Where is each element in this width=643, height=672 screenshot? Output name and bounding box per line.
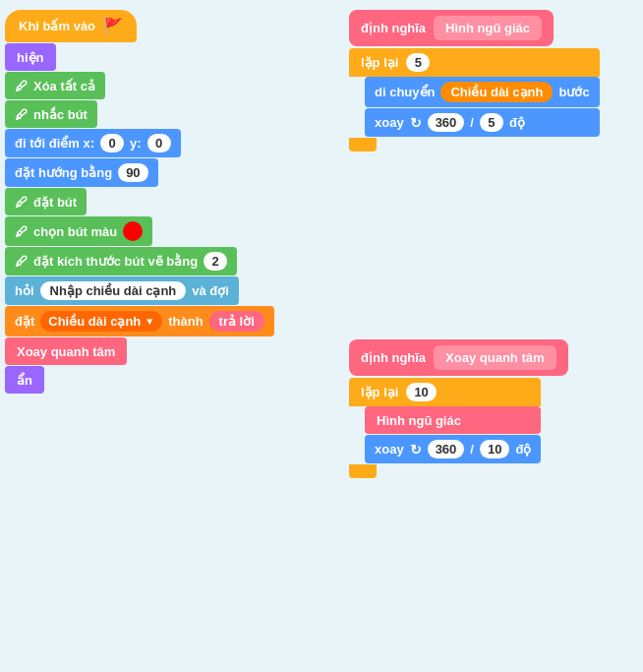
goto-y-label: y: [130,136,142,151]
goto-block[interactable]: đi tới điểm x: 0 y: 0 [5,129,181,157]
set-dir-label: đặt hướng bằng [15,165,112,180]
dropdown-arrow: ▼ [145,316,154,327]
repeat-5-block[interactable]: lặp lại 5 di chuyển Chiều dài cạnh bước … [349,48,600,152]
flag-icon: 🚩 [103,17,123,35]
hide-block[interactable]: ẩn [5,366,44,394]
goto-x-input[interactable]: 0 [100,134,124,153]
define-pentagon-block[interactable]: định nghĩa Hình ngũ giác [349,10,554,46]
turn-label-2: xoay [375,442,404,457]
right-top-stack: định nghĩa Hình ngũ giác lặp lại 5 di ch… [349,10,600,152]
turn-label-1: xoay [375,115,404,130]
turn-val2-2[interactable]: 10 [480,440,509,458]
show-label: hiện [17,50,44,65]
pencil-icon-5: 🖊 [15,254,28,269]
pencil-icon-3: 🖊 [15,195,28,210]
var-name: Chiều dài cạnh [48,314,141,329]
pen-down-block[interactable]: 🖊 đặt bút [5,188,87,215]
move-block[interactable]: di chuyển Chiều dài cạnh bước [365,77,600,107]
repeat-label-2: lặp lại [361,385,398,399]
repeat-10-block[interactable]: lặp lại 10 Hình ngũ giác xoay ↻ 360 / 10… [349,378,541,478]
turn-val2-1[interactable]: 5 [480,113,503,132]
set-direction-block[interactable]: đặt hướng bằng 90 [5,158,158,187]
right-bottom-stack: định nghĩa Xoay quanh tâm lặp lại 10 Hìn… [349,339,568,478]
ask-text-val[interactable]: Nhập chiều dài cạnh [40,281,187,300]
set-pen-size-block[interactable]: 🖊 đặt kích thước bút vẽ bằng 2 [5,247,237,275]
define-rotate-block[interactable]: định nghĩa Xoay quanh tâm [349,339,568,376]
call-pentagon-label: Hình ngũ giác [377,413,461,428]
goto-label: đi tới điểm x: [15,136,94,151]
turn-val1-1[interactable]: 360 [428,113,465,132]
event-block[interactable]: Khi bấm vào 🚩 [5,10,137,42]
call-pentagon-block[interactable]: Hình ngũ giác [365,406,541,434]
goto-y-input[interactable]: 0 [147,134,171,153]
call-rotate-block[interactable]: Xoay quanh tâm [5,337,127,365]
repeat-5-header[interactable]: lặp lại 5 [349,48,600,77]
thanh-label: thành [168,314,203,329]
left-stack: Khi bấm vào 🚩 hiện 🖊 Xóa tất cả 🖊 nhắc b… [5,10,274,395]
set-pen-color-block[interactable]: 🖊 chọn bút màu [5,216,152,246]
turn-div-1: / [470,115,474,130]
turn-div-2: / [470,442,474,457]
repeat-label-1: lặp lại [361,55,398,70]
ask-wait-label: và đợi [192,283,229,298]
ask-block[interactable]: hỏi Nhập chiều dài cạnh và đợi [5,276,239,305]
answer-oval[interactable]: trả lời [209,311,264,332]
pencil-icon-1: 🖊 [15,79,28,93]
pen-color-label: chọn bút màu [33,224,117,239]
set-label: đặt [15,314,34,329]
move-unit: bước [558,85,589,99]
define-label-2: định nghĩa [361,350,426,365]
turn-unit-2: độ [515,442,531,457]
hide-label: ẩn [17,373,32,388]
pen-size-val[interactable]: 2 [204,252,227,271]
set-dir-val[interactable]: 90 [118,163,147,182]
event-label: Khi bấm vào [19,19,95,33]
turn-block-1[interactable]: xoay ↻ 360 / 5 độ [365,108,600,137]
pen-size-label: đặt kích thước bút vẽ bằng [33,254,198,269]
repeat-val-1[interactable]: 5 [406,53,430,72]
call-rotate-label: Xoay quanh tâm [17,344,115,359]
move-label: di chuyển [375,85,435,99]
rotate-cw-icon-1: ↻ [410,115,422,131]
pencil-icon-2: 🖊 [15,107,28,122]
repeat-10-footer [349,464,377,478]
pen-down-label: đặt bút [33,195,77,210]
turn-unit-1: độ [509,115,525,130]
turn-block-2[interactable]: xoay ↻ 360 / 10 độ [365,435,541,463]
repeat-5-footer [349,138,377,152]
pencil-icon-4: 🖊 [15,224,28,239]
define-label-1: định nghĩa [361,21,426,35]
repeat-10-header[interactable]: lặp lại 10 [349,378,541,406]
rotate-cw-icon-2: ↻ [410,442,422,458]
move-var-oval[interactable]: Chiều dài cạnh [440,82,553,102]
pen-up-block[interactable]: 🖊 nhắc bút [5,100,97,128]
set-var-block[interactable]: đặt Chiều dài cạnh ▼ thành trả lời [5,306,274,336]
show-block[interactable]: hiện [5,43,56,71]
pen-up-label: nhắc bút [33,107,88,122]
clear-block[interactable]: 🖊 Xóa tất cả [5,72,105,99]
clear-label: Xóa tất cả [33,79,95,93]
turn-val1-2[interactable]: 360 [428,440,465,458]
ask-label: hỏi [15,283,34,298]
define-name-1: Hình ngũ giác [434,16,542,40]
var-dropdown[interactable]: Chiều dài cạnh ▼ [40,311,162,332]
repeat-val-2[interactable]: 10 [406,383,436,401]
color-circle[interactable] [123,221,143,241]
define-name-2: Xoay quanh tâm [434,345,555,370]
